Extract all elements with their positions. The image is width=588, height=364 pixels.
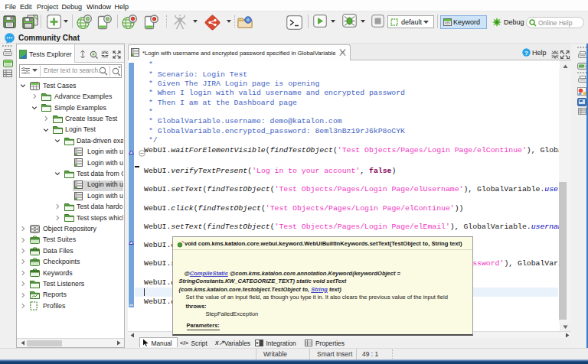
svg-text:</>: </> — [445, 21, 450, 25]
svg-text:?: ? — [524, 50, 528, 57]
